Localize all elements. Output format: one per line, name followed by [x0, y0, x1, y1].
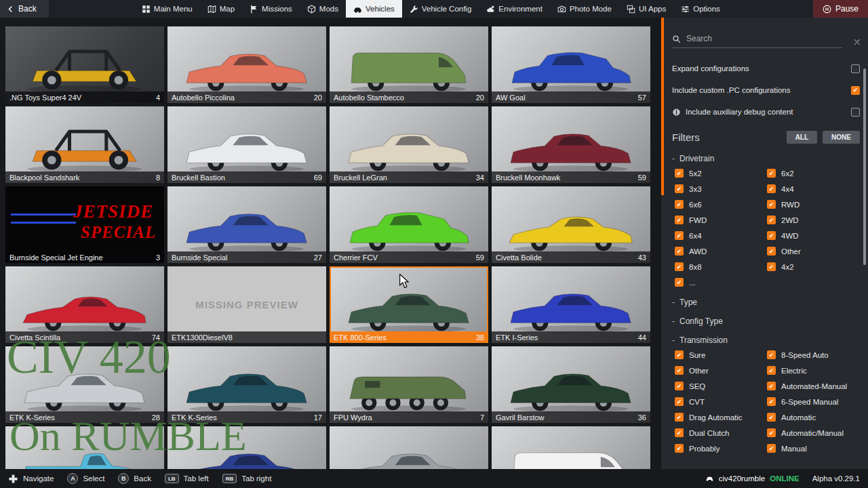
vehicle-name: Civetta Bolide: [496, 253, 542, 262]
filter-option-item[interactable]: ✔ ...: [675, 278, 767, 287]
collapse-marker: -: [672, 317, 675, 326]
vehicle-card-civetta-scintilla[interactable]: Civetta Scintilla 74: [5, 266, 164, 343]
close-panel-icon[interactable]: [853, 38, 861, 46]
filter-option-6x4[interactable]: ✔ 6x4: [675, 231, 767, 240]
filter-option-other[interactable]: ✔ Other: [675, 366, 767, 375]
filter-option-5x2[interactable]: ✔ 5x2: [675, 169, 767, 178]
filter-option-automatic[interactable]: ✔ Automatic: [767, 413, 860, 422]
vehicle-card-partial-20[interactable]: [5, 426, 164, 469]
menu-item-label: Vehicle Config: [422, 5, 472, 13]
menu-item-label: Options: [693, 5, 720, 13]
filter-option-8x8[interactable]: ✔ 8x8: [675, 262, 767, 271]
filter-option-automated-manual[interactable]: ✔ Automated-Manual: [767, 382, 860, 390]
filter-option-4x2[interactable]: ✔ 4x2: [767, 262, 860, 271]
filter-option-label: 6x2: [781, 169, 794, 178]
filter-option-dual-clutch[interactable]: ✔ Dual Clutch: [675, 428, 767, 437]
filter-option-electric[interactable]: ✔ Electric: [767, 366, 860, 375]
vehicle-card-etk-i-series[interactable]: ETK I-Series 44: [492, 266, 650, 343]
vehicle-card-burnside-special[interactable]: Burnside Special 27: [167, 186, 326, 263]
vehicle-card-civetta-bolide[interactable]: Civetta Bolide 43: [492, 186, 650, 263]
jetside-stripe: [11, 222, 76, 224]
checkbox-checked-icon: ✔: [767, 262, 776, 271]
filter-option-sure[interactable]: ✔ Sure: [675, 350, 767, 359]
filter-option-4x4[interactable]: ✔ 4x4: [767, 184, 860, 193]
filter-section-title: Transmission: [679, 336, 728, 345]
filter-section-config-type[interactable]: - Config Type: [672, 314, 860, 329]
filter-option-rwd[interactable]: ✔ RWD: [767, 200, 860, 209]
menu-item-main-menu[interactable]: Main Menu: [134, 0, 200, 18]
vehicle-preview: [340, 192, 477, 253]
filters-all-button[interactable]: ALL: [787, 131, 817, 144]
vehicle-preview: [340, 352, 477, 413]
filter-option-probably[interactable]: ✔ Probably: [675, 444, 767, 453]
sidebar-scrollbar[interactable]: [863, 68, 866, 265]
option-include-custom-pc-configurations[interactable]: Include custom .PC configurations ✔: [672, 79, 860, 101]
filters-none-button[interactable]: NONE: [823, 131, 860, 144]
pause-button[interactable]: Pause: [813, 0, 868, 18]
menu-item-photo-mode[interactable]: Photo Mode: [550, 0, 619, 18]
filter-section-drivetrain[interactable]: - Drivetrain: [672, 151, 860, 166]
vehicle-card-gavril-barstow[interactable]: Gavril Barstow 36: [492, 346, 650, 423]
filter-option-6-speed-manual[interactable]: ✔ 6-Speed Manual: [767, 397, 860, 406]
menu-item-label: Map: [220, 5, 235, 13]
topbar-menu: Main Menu Map Missions Mods Vehicles Veh…: [134, 0, 728, 18]
filter-option-cvt[interactable]: ✔ CVT: [675, 397, 767, 406]
filter-option-awd[interactable]: ✔ AWD: [675, 247, 767, 256]
menu-item-ui-apps[interactable]: UI Apps: [619, 0, 673, 18]
menu-item-mods[interactable]: Mods: [300, 0, 346, 18]
menu-item-map[interactable]: Map: [200, 0, 242, 18]
filter-option-drag-automatic[interactable]: ✔ Drag Automatic: [675, 413, 767, 422]
filter-option-seq[interactable]: ✔ SEQ: [675, 382, 767, 390]
search-input[interactable]: [686, 34, 815, 43]
filter-option-3x3[interactable]: ✔ 3x3: [675, 184, 767, 193]
vehicle-card-autobello-stambecco[interactable]: Autobello Stambecco 20: [330, 26, 488, 103]
menu-item-vehicles[interactable]: Vehicles: [346, 0, 402, 18]
checkbox-checked-icon: ✔: [675, 413, 684, 422]
vehicle-card-bruckell-moonhawk[interactable]: Bruckell Moonhawk 59: [492, 106, 650, 183]
vehicle-card-etk-k-series[interactable]: ETK K-Series 17: [167, 346, 326, 423]
vehicle-card-partial-23[interactable]: [492, 426, 650, 469]
vehicle-card-etk-800-series[interactable]: ETK 800-Series 38: [330, 266, 488, 343]
vehicle-card-etk-k-series[interactable]: ETK K-Series 28: [5, 346, 164, 423]
filter-option-other[interactable]: ✔ Other: [767, 247, 860, 256]
vehicle-card-ng-toys-super4-24v[interactable]: .NG Toys Super4 24V 4: [5, 26, 164, 103]
vehicle-card-partial-22[interactable]: [330, 426, 488, 469]
filter-option-label: 2WD: [781, 216, 799, 224]
vehicle-card-blackpool-sandshark[interactable]: Blackpool Sandshark 8: [5, 106, 164, 183]
filter-option-2wd[interactable]: ✔ 2WD: [767, 216, 860, 224]
filter-section-type[interactable]: - Type: [672, 295, 860, 310]
menu-item-missions[interactable]: Missions: [242, 0, 300, 18]
vehicle-card-partial-21[interactable]: [167, 426, 326, 469]
back-button[interactable]: Back: [0, 0, 49, 18]
vehicle-config-count: 44: [638, 333, 646, 342]
checkbox-unchecked-icon[interactable]: [851, 64, 860, 73]
filter-option-8-speed-auto[interactable]: ✔ 8-Speed Auto: [767, 350, 860, 359]
checkbox-checked-icon: ✔: [767, 169, 776, 178]
search-box: [672, 34, 842, 48]
checkbox-checked-icon[interactable]: ✔: [851, 86, 860, 95]
filter-option-6x2[interactable]: ✔ 6x2: [767, 169, 860, 178]
vehicle-card-bruckell-legran[interactable]: Bruckell LeGran 34: [330, 106, 488, 183]
vehicle-card-autobello-piccolina[interactable]: Autobello Piccolina 20: [167, 26, 326, 103]
menu-item-options[interactable]: Options: [673, 0, 728, 18]
vehicle-card-etk1300dieselv8[interactable]: MISSING PREVIEW ETK1300DieselV8: [167, 266, 326, 343]
menu-item-label: Environment: [498, 5, 542, 13]
checkbox-unchecked-icon[interactable]: [851, 108, 860, 117]
panel-options: Expand configurations Include custom .PC…: [672, 58, 860, 123]
filter-option-6x6[interactable]: ✔ 6x6: [675, 200, 767, 209]
vehicle-card-burnside-special-jet-engine[interactable]: JETSIDE SPECIAL Burnside Special Jet Eng…: [5, 186, 164, 263]
menu-item-environment[interactable]: Environment: [479, 0, 550, 18]
vehicle-card-cherrier-fcv[interactable]: Cherrier FCV 59: [330, 186, 488, 263]
filter-section-transmission[interactable]: - Transmission: [672, 333, 860, 348]
menu-item-vehicle-config[interactable]: Vehicle Config: [402, 0, 479, 18]
filter-option-fwd[interactable]: ✔ FWD: [675, 216, 767, 224]
vehicle-card-aw-goal[interactable]: AW Goal 57: [492, 26, 650, 103]
filter-option-manual[interactable]: ✔ Manual: [767, 444, 860, 453]
filter-option-automatic-manual[interactable]: ✔ Automatic/Manual: [767, 428, 860, 437]
option-expand-configurations[interactable]: Expand configurations: [672, 58, 860, 79]
vehicle-card-bruckell-bastion[interactable]: Bruckell Bastion 69: [167, 106, 326, 183]
option-include-auxiliary-debug-content[interactable]: Include auxiliary debug content: [672, 101, 860, 123]
filter-option-4wd[interactable]: ✔ 4WD: [767, 231, 860, 240]
filter-option-label: Electric: [781, 367, 807, 375]
vehicle-card-fpu-wydra[interactable]: FPU Wydra 7: [330, 346, 488, 423]
